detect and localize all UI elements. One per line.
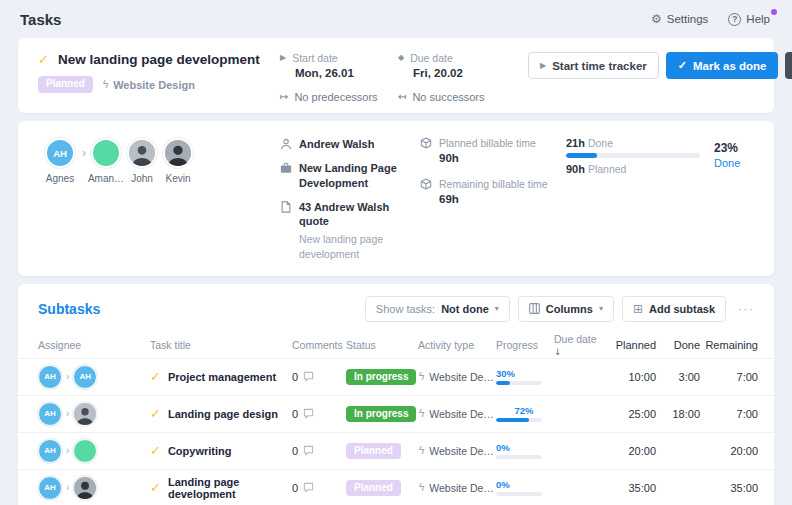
comments-cell[interactable]: 0 (292, 445, 346, 457)
progress-percent: 0% (496, 479, 546, 490)
quote-name: 43 Andrew Walsh quote (299, 200, 408, 230)
planned-cell: 10:00 (604, 371, 656, 383)
subtask-row[interactable]: AH › ✓ Landing page development 0 Planne… (18, 469, 774, 505)
subtask-title-cell[interactable]: ✓ Copywriting (150, 443, 292, 458)
planned-hours-label: Planned (588, 163, 627, 175)
columns-dropdown[interactable]: Columns ▾ (518, 296, 614, 322)
assignee-name: Kevin (165, 173, 190, 184)
subtasks-controls: Show tasks: Not done ▾ Columns ▾ ⊞ Add s… (365, 296, 758, 322)
col-header-remaining[interactable]: Remaining (700, 339, 758, 351)
assigner[interactable]: AH Agnes (38, 138, 82, 184)
mark-as-done-button[interactable]: ✓ Mark as done (666, 52, 779, 79)
modify-button[interactable]: Modify (785, 52, 792, 79)
subtask-title-cell[interactable]: ✓ Project management (150, 369, 292, 384)
more-actions-button[interactable]: ··· (734, 301, 758, 316)
predecessors-link[interactable]: ↦ No predecessors (280, 91, 398, 103)
subtask-check-icon[interactable]: ✓ (150, 480, 161, 495)
task-overview-card: AH Agnes › Aman… John Kevin (18, 121, 774, 276)
due-date-block: ◆ Due date Fri, 20.02 (398, 52, 528, 79)
sort-down-icon: ↓ (554, 347, 562, 357)
subtask-row[interactable]: AH › ✓ Copywriting 0 Planned ϟ Website D… (18, 432, 774, 469)
activity-cell: ϟ Website De… (418, 481, 496, 494)
col-header-status[interactable]: Status (346, 339, 418, 351)
avatar-photo[interactable] (163, 138, 193, 168)
assignee[interactable]: Kevin (160, 138, 196, 184)
quote-row[interactable]: 43 Andrew Walsh quote (280, 200, 408, 230)
task-dates: ▶ Start date Mon, 26.01 ◆ Due date Fri, … (280, 49, 528, 103)
add-subtask-label: Add subtask (649, 303, 715, 315)
progress-cell: 0% (496, 442, 554, 459)
client-row[interactable]: Andrew Walsh (280, 137, 408, 152)
comments-cell[interactable]: 0 (292, 482, 346, 494)
comment-icon (303, 482, 314, 493)
col-header-task-title[interactable]: Task title (150, 339, 292, 351)
comments-cell[interactable]: 0 (292, 408, 346, 420)
task-progress-bar (566, 153, 700, 158)
planned-billable-value: 90h (439, 152, 536, 164)
assignee[interactable]: John (124, 138, 160, 184)
help-button[interactable]: ? Help (728, 13, 770, 26)
start-time-tracker-button[interactable]: ▶ Start time tracker (528, 52, 659, 79)
cube-icon (420, 137, 432, 149)
subtasks-header: Subtasks Show tasks: Not done ▾ Columns … (18, 284, 774, 332)
planned-hours-line: 90h Planned (566, 163, 700, 175)
successor-arrow-icon: ↤ (398, 92, 406, 102)
avatar-initials[interactable]: AH (45, 138, 75, 168)
avatar-color[interactable] (91, 138, 121, 168)
comments-cell[interactable]: 0 (292, 371, 346, 383)
col-header-progress[interactable]: Progress (496, 339, 554, 351)
successors-link[interactable]: ↤ No successors (398, 91, 528, 103)
status-badge: Planned (346, 480, 401, 496)
predecessors-label: No predecessors (294, 91, 377, 103)
assignee-avatar[interactable] (73, 402, 97, 426)
subtask-row[interactable]: AH › AH ✓ Project management 0 In progre… (18, 358, 774, 395)
assignee-cell: AH › (38, 402, 150, 426)
assignee-avatar[interactable] (73, 476, 97, 500)
assigner-avatar[interactable]: AH (38, 402, 62, 426)
assignee-avatar[interactable] (73, 439, 97, 463)
subtask-check-icon[interactable]: ✓ (150, 369, 161, 384)
status-badge: In progress (346, 406, 416, 422)
start-time-tracker-label: Start time tracker (552, 60, 647, 72)
task-activity-type: ϟ Website Design (102, 78, 195, 91)
planned-cell: 25:00 (604, 408, 656, 420)
subtask-title-cell[interactable]: ✓ Landing page design (150, 406, 292, 421)
show-tasks-label: Show tasks: (376, 303, 435, 315)
assignee[interactable]: Aman… (88, 138, 124, 184)
col-header-assignee[interactable]: Assignee (38, 339, 150, 351)
done-hours: 21h (566, 137, 585, 149)
project-name: New Landing Page Development (299, 161, 408, 191)
assignee-name: John (131, 173, 153, 184)
settings-button[interactable]: ⚙ Settings (651, 13, 708, 25)
col-header-activity[interactable]: Activity type (418, 339, 496, 351)
col-header-due-date[interactable]: Due date ↓ (554, 333, 604, 357)
project-row[interactable]: New Landing Page Development (280, 161, 408, 191)
status-badge: Planned (346, 443, 401, 459)
percent-done-link[interactable]: Done (714, 157, 754, 169)
subtask-check-icon[interactable]: ✓ (150, 443, 161, 458)
gear-icon: ⚙ (651, 13, 662, 25)
col-header-planned[interactable]: Planned (604, 339, 656, 351)
subtask-row[interactable]: AH › ✓ Landing page design 0 In progress… (18, 395, 774, 432)
task-check-icon[interactable]: ✓ (38, 52, 49, 67)
tasks-page: Tasks ⚙ Settings ? Help ✓ New landing pa… (0, 0, 792, 505)
col-header-comments[interactable]: Comments (292, 339, 346, 351)
predecessor-arrow-icon: ↦ (280, 92, 288, 102)
show-tasks-dropdown[interactable]: Show tasks: Not done ▾ (365, 296, 510, 322)
planned-billable-block: Planned billable time 90h (420, 137, 548, 164)
subtask-check-icon[interactable]: ✓ (150, 406, 161, 421)
bolt-icon: ϟ (418, 481, 425, 494)
remaining-cell: 7:00 (700, 371, 758, 383)
avatar-photo[interactable] (127, 138, 157, 168)
activity-label: Website De… (429, 482, 494, 494)
assigner-avatar[interactable]: AH (38, 365, 62, 389)
assigner-avatar[interactable]: AH (38, 476, 62, 500)
subtask-title-cell[interactable]: ✓ Landing page development (150, 476, 292, 500)
col-header-done[interactable]: Done (656, 339, 700, 351)
progress-percent: 72% (515, 405, 547, 416)
quote-description: New landing page development (299, 232, 408, 261)
assigner-avatar[interactable]: AH (38, 439, 62, 463)
notification-dot (771, 9, 777, 15)
add-subtask-button[interactable]: ⊞ Add subtask (622, 296, 726, 322)
assignee-avatar[interactable]: AH (73, 365, 97, 389)
